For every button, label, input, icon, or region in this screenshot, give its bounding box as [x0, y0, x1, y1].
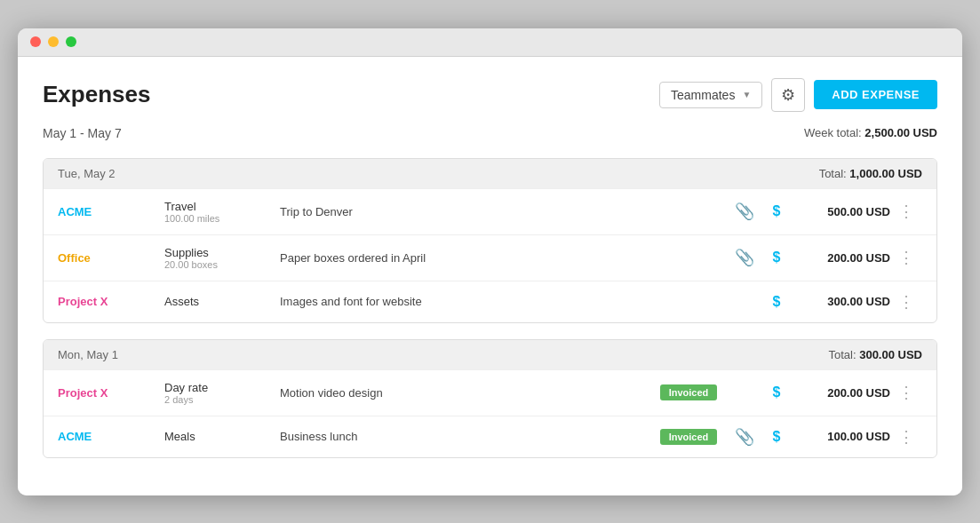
dollar-col[interactable]: $: [761, 294, 793, 310]
dollar-icon: $: [773, 429, 781, 445]
row-menu-button[interactable]: ⋮: [890, 248, 922, 267]
row-menu-button[interactable]: ⋮: [890, 202, 922, 221]
section-header-tue-may-2: Tue, May 2 Total: 1,000.00 USD: [44, 159, 936, 188]
section-mon-may-1: Mon, May 1 Total: 300.00 USD Project X D…: [43, 339, 937, 458]
section-total: Total: 300.00 USD: [828, 348, 922, 361]
category-name: Day rate: [164, 381, 280, 394]
paperclip-col[interactable]: 📎: [729, 202, 761, 221]
dollar-icon: $: [773, 384, 781, 400]
description: Trip to Denver: [280, 205, 649, 218]
section-tue-may-2: Tue, May 2 Total: 1,000.00 USD ACME Trav…: [43, 158, 937, 323]
paperclip-icon: 📎: [735, 427, 754, 447]
app-content: Expenses Teammates ▼ ⚙ ADD EXPENSE May 1…: [18, 57, 962, 495]
category-col: Supplies 20.00 boxes: [164, 246, 280, 270]
header-row: Expenses Teammates ▼ ⚙ ADD EXPENSE: [43, 78, 937, 112]
week-total-value: 2,500.00 USD: [864, 126, 937, 139]
badge-col: Invoiced: [649, 384, 729, 400]
category-name: Supplies: [164, 246, 280, 259]
dollar-col[interactable]: $: [761, 250, 793, 265]
dollar-col[interactable]: $: [761, 203, 793, 219]
date-range-row: May 1 - May 7 Week total: 2,500.00 USD: [43, 126, 937, 140]
category-name: Travel: [164, 200, 280, 213]
dollar-icon: $: [773, 294, 781, 310]
paperclip-col[interactable]: 📎: [729, 427, 761, 447]
teammates-dropdown[interactable]: Teammates ▼: [659, 82, 762, 108]
amount: 300.00 USD: [793, 295, 890, 308]
category-col: Meals: [164, 430, 280, 443]
category-col: Assets: [164, 295, 280, 308]
section-header-mon-may-1: Mon, May 1 Total: 300.00 USD: [44, 340, 936, 369]
add-expense-button[interactable]: ADD EXPENSE: [814, 80, 937, 109]
dollar-icon: $: [773, 250, 781, 265]
badge-col: Invoiced: [649, 429, 729, 445]
dollar-col[interactable]: $: [761, 384, 793, 400]
minimize-button[interactable]: [48, 36, 59, 47]
section-total-value: 1,000.00 USD: [849, 167, 922, 180]
client-name[interactable]: Project X: [58, 295, 164, 308]
section-total: Total: 1,000.00 USD: [819, 167, 922, 180]
category-col: Travel 100.00 miles: [164, 200, 280, 224]
app-window: Expenses Teammates ▼ ⚙ ADD EXPENSE May 1…: [18, 28, 962, 495]
row-menu-button[interactable]: ⋮: [890, 292, 922, 312]
description: Images and font for website: [280, 295, 649, 308]
expense-row: ACME Travel 100.00 miles Trip to Denver …: [44, 188, 936, 234]
paperclip-icon: 📎: [735, 202, 754, 221]
section-date: Tue, May 2: [58, 167, 116, 180]
expense-row: Project X Assets Images and font for web…: [44, 281, 936, 322]
dollar-icon: $: [773, 203, 781, 219]
dollar-col[interactable]: $: [761, 429, 793, 445]
chevron-down-icon: ▼: [742, 90, 751, 99]
category-sub: 100.00 miles: [164, 213, 280, 224]
section-total-value: 300.00 USD: [859, 348, 922, 361]
week-total: Week total: 2,500.00 USD: [804, 126, 937, 139]
date-range: May 1 - May 7: [43, 126, 122, 140]
client-name[interactable]: ACME: [58, 430, 164, 443]
section-date: Mon, May 1: [58, 348, 118, 361]
row-menu-button[interactable]: ⋮: [890, 383, 922, 402]
maximize-button[interactable]: [66, 36, 76, 47]
invoiced-badge: Invoiced: [660, 384, 718, 400]
page-title: Expenses: [43, 81, 150, 108]
gear-icon: ⚙: [781, 85, 795, 105]
client-name[interactable]: Office: [58, 251, 164, 265]
amount: 200.00 USD: [793, 386, 890, 400]
client-name[interactable]: Project X: [58, 386, 164, 400]
paperclip-col[interactable]: 📎: [729, 248, 761, 267]
category-name: Assets: [164, 295, 280, 308]
expense-row: ACME Meals Business lunch Invoiced 📎 $ 1…: [44, 416, 936, 457]
amount: 500.00 USD: [793, 205, 890, 218]
close-button[interactable]: [30, 36, 41, 47]
row-menu-button[interactable]: ⋮: [890, 427, 922, 447]
title-bar: [18, 28, 962, 57]
teammates-label: Teammates: [671, 88, 735, 102]
description: Business lunch: [280, 430, 649, 443]
week-total-label: Week total:: [804, 126, 862, 139]
description: Paper boxes ordered in April: [280, 251, 649, 265]
category-sub: 2 days: [164, 394, 280, 405]
client-name[interactable]: ACME: [58, 205, 164, 218]
header-actions: Teammates ▼ ⚙ ADD EXPENSE: [659, 78, 937, 112]
paperclip-icon: 📎: [735, 248, 754, 267]
invoiced-badge: Invoiced: [660, 429, 718, 445]
expense-row: Project X Day rate 2 days Motion video d…: [44, 369, 936, 416]
amount: 200.00 USD: [793, 251, 890, 265]
description: Motion video design: [280, 386, 649, 400]
category-name: Meals: [164, 430, 280, 443]
expense-row: Office Supplies 20.00 boxes Paper boxes …: [44, 234, 936, 281]
settings-button[interactable]: ⚙: [771, 78, 805, 112]
category-sub: 20.00 boxes: [164, 259, 280, 270]
sections-container: Tue, May 2 Total: 1,000.00 USD ACME Trav…: [43, 158, 937, 458]
amount: 100.00 USD: [793, 430, 890, 443]
category-col: Day rate 2 days: [164, 381, 280, 405]
